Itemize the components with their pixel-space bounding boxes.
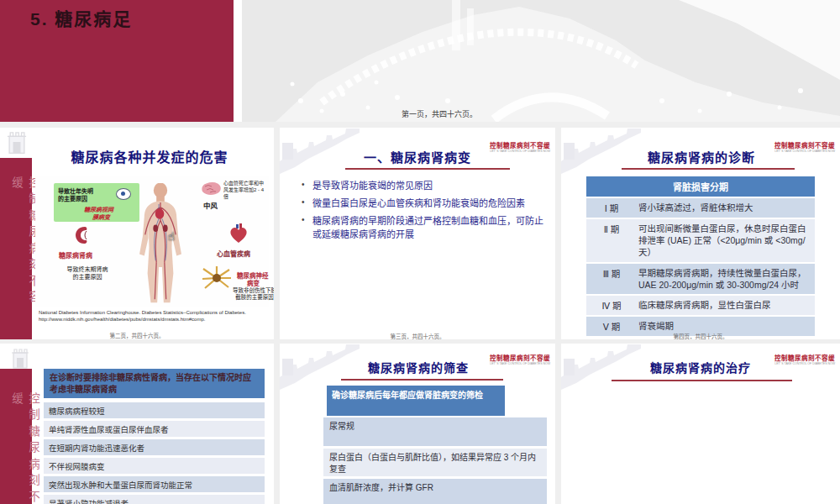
cvd-label: 心血管疾病: [217, 249, 250, 258]
hand-cursor-icon: ☝: [168, 230, 175, 243]
human-body-figure: [136, 183, 185, 306]
stroke-stat-text: 心血管死亡率和中风发生率增加2 - 4倍: [223, 181, 264, 200]
exclusion-header: 在诊断时要排除非糖尿病性肾病，当存在以下情况时应考虑非糖尿病肾病: [44, 369, 265, 398]
tower-watermark-icon: [3, 345, 37, 370]
eye-icon: [116, 188, 131, 200]
title-underline: [622, 168, 795, 170]
brain-icon: [200, 181, 222, 197]
slide-page-footer: 第二页，共四十六页。: [0, 331, 274, 339]
citation-text: National Diabetes Information Clearingho…: [39, 310, 267, 323]
slide-page-footer: 第一页，共四十六页。: [402, 108, 477, 119]
complications-diagram: 导致壮年失明 的主要原因 糖尿病视网 膜病变 ☝ 心血管: [35, 176, 269, 307]
red-side-banner: 控制糖尿病刻不容缓: [0, 158, 32, 339]
list-item: 单纯肾源性血尿或蛋白尿伴血尿者: [44, 421, 265, 437]
panel-divider: [234, 0, 242, 122]
title-underline: [341, 379, 503, 381]
kidney-damage-stages-table: 肾脏损害分期 Ⅰ 期 肾小球高滤过，肾脏体积增大 Ⅱ 期 可出现间断微量白蛋白尿…: [586, 176, 815, 336]
great-wall-watermark: [242, 0, 840, 122]
retinopathy-callout: 导致壮年失明 的主要原因 糖尿病视网 膜病变: [54, 183, 139, 222]
slide-title: 糖尿病肾病的治疗: [617, 359, 785, 375]
list-item: 尿白蛋白（白蛋白与肌酐比值），如结果异常应 3 个月内复查: [323, 449, 547, 476]
slide-5-thumbnail[interactable]: 控制糖尿病刻不容缓 在诊断时要排除非糖尿病性肾病，当存在以下情况时应考虑非糖尿病…: [0, 344, 274, 504]
slide-3-thumbnail[interactable]: 控制糖尿病刻不容缓 LET' S TAKE CONTROL OF DIABETE…: [280, 128, 555, 339]
title-underline: [612, 380, 792, 381]
slide-1-thumbnail[interactable]: 5. 糖尿病足 第一页，共四十六页。: [0, 0, 840, 122]
vertical-slogan: 控制糖尿病刻不容缓: [8, 392, 41, 504]
list-item: • 糖尿病肾病的早期阶段通过严格控制血糖和血压，可防止或延缓糖尿病肾病的开展: [302, 215, 543, 242]
title-underline: [345, 168, 510, 170]
nephropathy-label: 糖尿病肾病: [59, 250, 92, 260]
table-header: 肾脏损害分期: [586, 176, 815, 197]
red-side-banner: 控制糖尿病刻不容缓: [0, 369, 32, 504]
table-row: Ⅳ 期 临床糖尿病肾病期，显性白蛋白尿: [586, 294, 815, 315]
screening-header: 确诊糖尿病后每年都应做肾脏病变的筛检: [327, 386, 505, 416]
tower-watermark-icon: [0, 128, 34, 156]
slide-title: 糖尿病肾病的诊断: [617, 148, 786, 165]
slide-title: 糖尿病肾病的筛查: [339, 359, 498, 375]
list-item: 尿常规: [323, 417, 547, 446]
list-item: 不伴视网膜病变: [44, 458, 265, 474]
table-row: Ⅱ 期 可出现间断微量白蛋白尿，休息时尿白蛋白排泄率 (UAE) 正常（<20μ…: [586, 218, 815, 262]
bullet-list: • 是导致肾功能衰竭的常见原因 • 微量白蛋白尿是心血管疾病和肾功能衰竭的危险因…: [302, 180, 543, 246]
stroke-label: 中风: [203, 200, 218, 210]
heart-icon: [228, 223, 249, 245]
presentation-preview: 5. 糖尿病足 第一页，共四十六页。: [0, 0, 840, 504]
table-row: Ⅲ 期 早期糖尿病肾病期，持续性微量白蛋白尿，UAE 20-200μg/min …: [586, 262, 815, 294]
slide-6-thumbnail[interactable]: 控制糖尿病刻不容缓 LET' S TAKE CONTROL OF DIABETE…: [280, 344, 555, 504]
section-item-diabetic-foot: 5. 糖尿病足: [30, 5, 132, 30]
slide-4-thumbnail[interactable]: 控制糖尿病刻不容缓 LET' S TAKE CONTROL OF DIABETE…: [561, 128, 840, 339]
list-item: 在短期内肾功能迅速恶化者: [44, 439, 265, 455]
list-item: • 是导致肾功能衰竭的常见原因: [302, 180, 543, 193]
exclusion-list: 糖尿病病程较短 单纯肾源性血尿或蛋白尿伴血尿者 在短期内肾功能迅速恶化者 不伴视…: [44, 402, 265, 504]
slide-page-footer: 第四页，共四十六页。: [561, 332, 840, 339]
slide-7-thumbnail[interactable]: 控制糖尿病刻不容缓 LET' S TAKE CONTROL OF DIABETE…: [561, 344, 840, 504]
list-item: • 微量白蛋白尿是心血管疾病和肾功能衰竭的危险因素: [302, 197, 543, 211]
list-item: 糖尿病病程较短: [44, 402, 265, 418]
list-item: 血清肌酐浓度，并计算 GFR: [323, 479, 547, 504]
table-row: Ⅰ 期 肾小球高滤过，肾脏体积增大: [586, 197, 815, 218]
nephropathy-note: 导致终末期肾病 的主要原因: [47, 265, 128, 281]
slide-title: 糖尿病各种并发症的危害: [35, 146, 264, 166]
slide-page-footer: 第三页，共四十六页。: [280, 332, 555, 339]
list-item: 突然出现水肿和大量蛋白尿而肾功能正常: [44, 476, 265, 492]
slide-title: 一、糖尿病肾病变: [333, 148, 501, 165]
neuropathy-label-2: 病变: [247, 278, 260, 287]
section-panel: 5. 糖尿病足: [0, 0, 234, 122]
neuropathy-note: 导致非创伤性下肢 截肢的主要原因: [225, 287, 274, 302]
slide-2-thumbnail[interactable]: 控制糖尿病刻不容缓 糖尿病各种并发症的危害 导致壮年失明 的主要原因 糖尿病视网…: [0, 128, 274, 339]
kidney-icon: [74, 225, 89, 245]
list-item: 显著肾小管功能减退者: [44, 495, 265, 504]
